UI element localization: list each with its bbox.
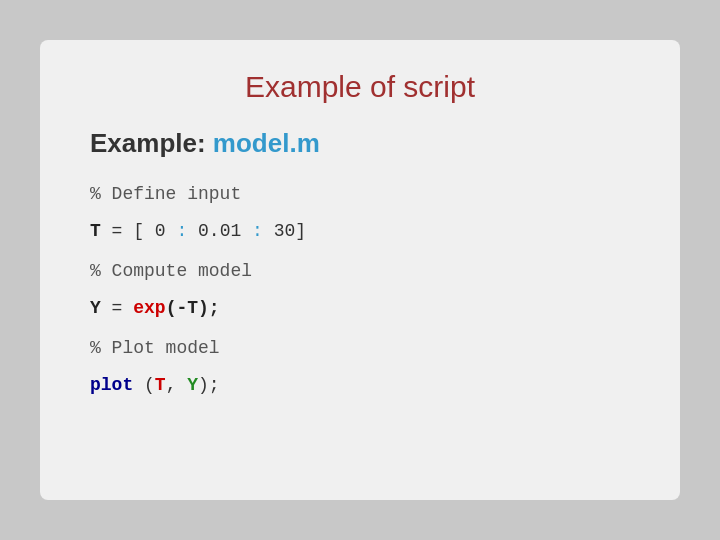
comment-plot: % Plot model	[90, 333, 630, 364]
Y-keyword: Y	[90, 293, 101, 324]
T-colon2: :	[241, 216, 273, 247]
plot-paren-close: );	[198, 370, 220, 401]
comment-compute-text: % Compute model	[90, 256, 252, 287]
plot-paren-open: (	[133, 370, 155, 401]
plot-keyword: plot	[90, 370, 133, 401]
T-zero: 0	[155, 216, 166, 247]
slide-title: Example of script	[90, 70, 630, 104]
comment-define: % Define input	[90, 179, 630, 210]
exp-keyword: exp	[133, 293, 165, 324]
comment-compute: % Compute model	[90, 256, 630, 287]
example-text: Example:	[90, 128, 206, 158]
code-block: % Define input T = [ 0 : 0.01 : 30] % Co…	[90, 179, 630, 403]
filename: model.m	[213, 128, 320, 158]
plot-arg-Y: Y	[187, 370, 198, 401]
Y-arg: (-T);	[166, 293, 220, 324]
slide: Example of script Example: model.m % Def…	[40, 40, 680, 500]
Y-equals: =	[101, 293, 133, 324]
T-end: 30]	[274, 216, 306, 247]
T-keyword: T	[90, 216, 101, 247]
comment-define-text: % Define input	[90, 179, 241, 210]
comment-plot-text: % Plot model	[90, 333, 220, 364]
line-Y: Y = exp (-T);	[90, 293, 630, 324]
T-colon1: :	[166, 216, 198, 247]
line-T: T = [ 0 : 0.01 : 30]	[90, 216, 630, 247]
T-equals: = [	[101, 216, 155, 247]
plot-arg-T: T	[155, 370, 166, 401]
plot-comma: ,	[166, 370, 188, 401]
line-plot: plot ( T , Y );	[90, 370, 630, 401]
T-step: 0.01	[198, 216, 241, 247]
example-label: Example: model.m	[90, 128, 630, 159]
